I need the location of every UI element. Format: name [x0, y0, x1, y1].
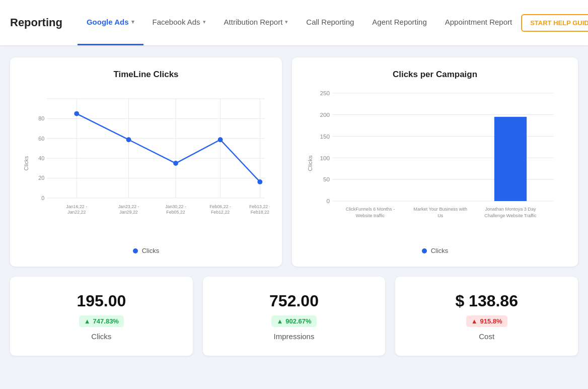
svg-text:Jan22,22: Jan22,22 [67, 210, 86, 215]
campaign-chart-area: Clicks 0 50 100 150 200 250 [304, 88, 566, 241]
chevron-down-icon: ▾ [285, 19, 288, 25]
svg-point-21 [126, 137, 131, 142]
campaign-chart-svg: Clicks 0 50 100 150 200 250 [304, 88, 566, 239]
svg-text:40: 40 [38, 155, 44, 161]
header-actions: START HELP GUIDE [521, 13, 588, 33]
impressions-value: 752.00 [269, 292, 319, 310]
campaign-chart-legend: Clicks [304, 247, 566, 254]
svg-text:ClickFunnels 6 Months -: ClickFunnels 6 Months - [346, 207, 395, 212]
svg-text:Market Your Business with: Market Your Business with [413, 207, 467, 212]
svg-text:Us: Us [437, 213, 444, 218]
tab-call-reporting[interactable]: Call Reporting [297, 0, 363, 45]
impressions-badge-value: 902.67% [285, 317, 311, 325]
svg-point-20 [74, 111, 79, 116]
svg-text:Clicks: Clicks [307, 155, 313, 171]
svg-text:Feb05,22: Feb05,22 [166, 210, 185, 215]
cost-badge: ▲ 915.8% [466, 315, 507, 327]
campaign-legend-label: Clicks [431, 247, 449, 254]
nav-tabs: Google Ads ▾ Facebook Ads ▾ Attribution … [78, 0, 521, 45]
svg-text:150: 150 [320, 133, 330, 140]
svg-text:Feb18,22: Feb18,22 [251, 210, 269, 215]
timeline-chart-svg: Clicks 0 20 40 60 80 [22, 88, 270, 239]
clicks-label: Clicks [91, 332, 111, 341]
tab-google-ads-label: Google Ads [87, 18, 129, 26]
svg-text:Jan29,22: Jan29,22 [119, 210, 137, 215]
chevron-down-icon: ▾ [131, 19, 134, 25]
tab-attribution-report-label: Attribution Report [224, 18, 283, 26]
campaign-chart-card: Clicks per Campaign Clicks 0 50 [292, 57, 578, 267]
up-arrow-icon: ▲ [276, 317, 283, 325]
tab-google-ads[interactable]: Google Ads ▾ [78, 0, 143, 45]
svg-text:Feb06,22 -: Feb06,22 - [209, 204, 231, 209]
impressions-label: Impressions [274, 332, 315, 341]
cost-label: Cost [479, 332, 494, 341]
header: Reporting Google Ads ▾ Facebook Ads ▾ At… [0, 0, 588, 45]
svg-rect-50 [494, 117, 527, 201]
stat-card-clicks: 195.00 ▲ 747.83% Clicks [10, 277, 193, 356]
svg-text:Jan23,22 -: Jan23,22 - [118, 204, 139, 209]
tab-appointment-report[interactable]: Appointment Report [436, 0, 521, 45]
svg-point-23 [218, 137, 223, 142]
svg-text:80: 80 [38, 115, 44, 121]
timeline-chart-legend: Clicks [22, 247, 270, 254]
main-content: TimeLine Clicks Clicks 0 20 40 60 [0, 45, 588, 368]
cost-value: $ 138.86 [455, 292, 518, 310]
clicks-badge: ▲ 747.83% [79, 315, 124, 327]
tab-appointment-report-label: Appointment Report [445, 18, 512, 26]
svg-text:20: 20 [38, 175, 44, 181]
svg-text:Clicks: Clicks [23, 156, 29, 170]
tab-facebook-ads-label: Facebook Ads [153, 18, 200, 26]
timeline-chart-title: TimeLine Clicks [22, 70, 270, 80]
stat-card-cost: $ 138.86 ▲ 915.8% Cost [395, 277, 578, 356]
tab-facebook-ads[interactable]: Facebook Ads ▾ [143, 0, 215, 45]
svg-text:Feb12,22: Feb12,22 [211, 210, 230, 215]
clicks-value: 195.00 [77, 292, 126, 310]
tab-agent-reporting[interactable]: Agent Reporting [363, 0, 435, 45]
svg-text:Jan16,22 -: Jan16,22 - [66, 204, 87, 209]
up-arrow-icon: ▲ [84, 317, 91, 325]
svg-text:Website traffic: Website traffic [356, 213, 385, 218]
svg-text:Jan30,22 -: Jan30,22 - [165, 204, 186, 209]
timeline-legend-label: Clicks [142, 247, 160, 254]
app-title: Reporting [10, 16, 62, 29]
charts-row: TimeLine Clicks Clicks 0 20 40 60 [10, 57, 578, 267]
help-guide-button[interactable]: START HELP GUIDE [521, 14, 588, 32]
legend-dot-campaign [422, 248, 427, 253]
legend-dot [133, 248, 138, 253]
svg-text:50: 50 [323, 176, 330, 182]
svg-text:0: 0 [327, 198, 330, 204]
campaign-chart-title: Clicks per Campaign [304, 70, 566, 80]
clicks-badge-value: 747.83% [93, 317, 119, 325]
cost-badge-value: 915.8% [480, 317, 502, 325]
svg-text:Jonathan Montoya 3 Day: Jonathan Montoya 3 Day [485, 207, 536, 212]
svg-text:100: 100 [320, 155, 330, 161]
tab-call-reporting-label: Call Reporting [306, 18, 354, 26]
timeline-chart-card: TimeLine Clicks Clicks 0 20 40 60 [10, 57, 282, 267]
impressions-badge: ▲ 902.67% [271, 315, 316, 327]
svg-text:250: 250 [320, 90, 330, 96]
svg-text:Challenge Website Traffic: Challenge Website Traffic [484, 213, 537, 218]
svg-text:Feb13,22 -: Feb13,22 - [249, 204, 270, 209]
svg-point-24 [257, 179, 262, 184]
svg-text:200: 200 [320, 111, 330, 118]
svg-text:60: 60 [38, 136, 44, 142]
stat-card-impressions: 752.00 ▲ 902.67% Impressions [203, 277, 386, 356]
up-arrow-icon: ▲ [471, 317, 478, 325]
stats-row: 195.00 ▲ 747.83% Clicks 752.00 ▲ 902.67%… [10, 277, 578, 356]
tab-attribution-report[interactable]: Attribution Report ▾ [215, 0, 298, 45]
svg-point-22 [173, 161, 178, 166]
timeline-chart-area: Clicks 0 20 40 60 80 [22, 88, 270, 241]
chevron-down-icon: ▾ [203, 19, 206, 25]
tab-agent-reporting-label: Agent Reporting [372, 18, 426, 26]
svg-text:0: 0 [41, 195, 44, 201]
